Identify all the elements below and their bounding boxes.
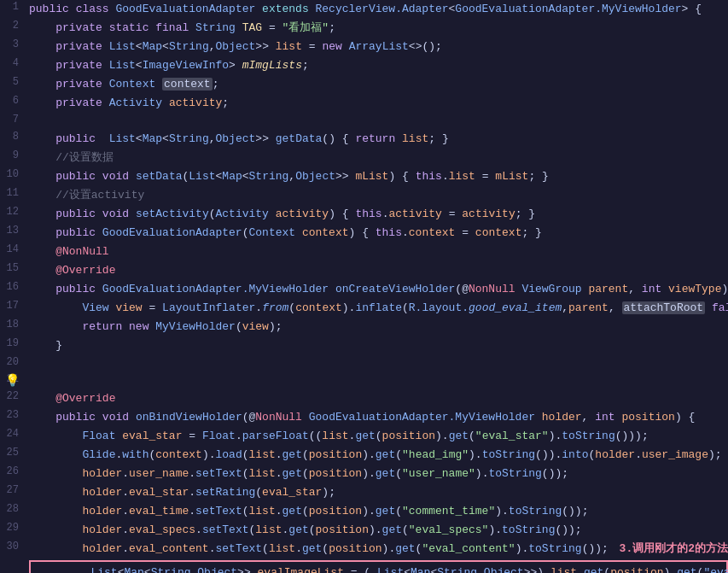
line-number: 1 bbox=[0, 1, 26, 13]
line-content: public GoodEvaluationAdapter.MyViewHolde… bbox=[26, 281, 728, 298]
code-line: 8 public List<Map<String,Object>> getDat… bbox=[0, 130, 728, 149]
code-line: 18 return new MyViewHolder(view); bbox=[0, 318, 728, 336]
line-content: return new MyViewHolder(view); bbox=[26, 319, 728, 336]
highlighted-code-block: List<Map<String,Object>> evalImageList =… bbox=[29, 560, 728, 573]
line-content: public class GoodEvaluationAdapter exten… bbox=[26, 1, 728, 18]
line-content: @Override bbox=[26, 262, 728, 279]
code-line: 22 @Override bbox=[0, 389, 728, 408]
code-line: 15 @Override bbox=[0, 261, 728, 280]
code-line: 17 View view = LayoutInflater.from(conte… bbox=[0, 299, 728, 318]
code-editor: 1public class GoodEvaluationAdapter exte… bbox=[0, 0, 728, 573]
line-number: 22 bbox=[0, 390, 26, 402]
line-content: public void setActivity(Activity activit… bbox=[26, 206, 728, 223]
line-number: 13 bbox=[0, 225, 26, 237]
line-number: 28 bbox=[0, 503, 26, 515]
code-line: 12 public void setActivity(Activity acti… bbox=[0, 205, 728, 224]
code-line: 26 holder.user_name.setText(list.get(pos… bbox=[0, 465, 728, 483]
line-content: holder.user_name.setText(list.get(positi… bbox=[26, 465, 728, 482]
line-number: 20 bbox=[0, 356, 26, 368]
line-number: 5 bbox=[0, 76, 26, 88]
code-line: 16 public GoodEvaluationAdapter.MyViewHo… bbox=[0, 280, 728, 299]
line-content: @Override bbox=[26, 390, 728, 407]
code-line: 💡21 bbox=[0, 372, 728, 389]
line-number: 14 bbox=[0, 243, 26, 255]
code-line: 4 private List<ImageViewInfo> mImgLists; bbox=[0, 56, 728, 75]
line-content: public void setData(List<Map<String,Obje… bbox=[26, 168, 728, 185]
line-number: 12 bbox=[0, 206, 26, 218]
line-content: Float eval_star = Float.parseFloat((list… bbox=[26, 428, 728, 445]
line-content: //设置数据 bbox=[26, 149, 728, 167]
line-content: //设置activity bbox=[26, 187, 728, 204]
line-number: 4 bbox=[0, 57, 26, 69]
line-content: private Activity activity; bbox=[26, 95, 728, 112]
lightbulb-icon[interactable]: 💡 bbox=[5, 373, 20, 388]
line-number: 6 bbox=[0, 95, 26, 107]
line-content: Glide.with(context).load(list.get(positi… bbox=[26, 447, 728, 464]
line-content: holder.eval_star.setRating(eval_star); bbox=[26, 484, 728, 501]
line-content: @NonNull bbox=[26, 243, 728, 260]
code-line: 24 Float eval_star = Float.parseFloat((l… bbox=[0, 427, 728, 446]
code-line: 2 private static final String TAG = "看加福… bbox=[0, 19, 728, 38]
code-line: 19 } bbox=[0, 336, 728, 355]
code-line: 13 public GoodEvaluationAdapter(Context … bbox=[0, 224, 728, 243]
code-line: 3 private List<Map<String,Object>> list … bbox=[0, 38, 728, 56]
code-line: 27 holder.eval_star.setRating(eval_star)… bbox=[0, 483, 728, 502]
line-number: 16 bbox=[0, 281, 26, 293]
code-line: 29 holder.eval_specs.setText(list.get(po… bbox=[0, 521, 728, 540]
code-line: 6 private Activity activity; bbox=[0, 94, 728, 113]
line-number: 25 bbox=[0, 447, 26, 459]
code-line: 9 //设置数据 bbox=[0, 149, 728, 167]
line-number: 11 bbox=[0, 187, 26, 199]
line-number: 19 bbox=[0, 337, 26, 349]
code-line: 25 Glide.with(context).load(list.get(pos… bbox=[0, 446, 728, 465]
code-line: 11 //设置activity bbox=[0, 186, 728, 205]
line-content: holder.eval_time.setText(list.get(positi… bbox=[26, 503, 728, 520]
line-number: 27 bbox=[0, 484, 26, 496]
line-content: View view = LayoutInflater.from(context)… bbox=[26, 300, 728, 317]
line-number: 10 bbox=[0, 168, 26, 180]
line-content: public GoodEvaluationAdapter(Context con… bbox=[26, 225, 728, 242]
line-content: holder.eval_specs.setText(list.get(posit… bbox=[26, 522, 728, 539]
line-content: public List<Map<String,Object>> getData(… bbox=[26, 131, 728, 148]
code-line: 10 public void setData(List<Map<String,O… bbox=[0, 167, 728, 186]
line-content: private List<Map<String,Object>> list = … bbox=[26, 38, 728, 56]
line-number: 9 bbox=[0, 149, 26, 161]
code-line: 5 private Context context; bbox=[0, 75, 728, 94]
line-number: 26 bbox=[0, 465, 26, 477]
code-line: 20 bbox=[0, 355, 728, 372]
boxed-code-line: List<Map<String,Object>> evalImageList =… bbox=[34, 564, 723, 573]
line-number: 15 bbox=[0, 262, 26, 274]
line-number: 18 bbox=[0, 319, 26, 330]
boxed-line-content: List<Map<String,Object>> evalImageList =… bbox=[34, 564, 728, 573]
annotation-label: 3.调用刚才的2的方法 bbox=[620, 541, 728, 556]
line-content: holder.eval_content.setText(list.get(pos… bbox=[26, 541, 609, 558]
line-number: 23 bbox=[0, 409, 26, 421]
line-content: } bbox=[26, 337, 728, 354]
line-number: 7 bbox=[0, 114, 26, 126]
line-content: private Context context; bbox=[26, 76, 728, 93]
line-number: 8 bbox=[0, 131, 26, 143]
line-number: 30 bbox=[0, 541, 26, 553]
line-content: private static final String TAG = "看加福"; bbox=[26, 20, 728, 37]
line-number: 24 bbox=[0, 428, 26, 440]
line-content: private List<ImageViewInfo> mImgLists; bbox=[26, 57, 728, 74]
code-line: 28 holder.eval_time.setText(list.get(pos… bbox=[0, 502, 728, 521]
code-line: 7 bbox=[0, 113, 728, 130]
line-number: 17 bbox=[0, 300, 26, 312]
line-number: 3 bbox=[0, 38, 26, 50]
line-content: public void onBindViewHolder(@NonNull Go… bbox=[26, 409, 728, 426]
code-line: 14 @NonNull bbox=[0, 243, 728, 261]
line-number: 2 bbox=[0, 20, 26, 32]
code-line: 1public class GoodEvaluationAdapter exte… bbox=[0, 0, 728, 19]
code-line: 30 holder.eval_content.setText(list.get(… bbox=[0, 540, 728, 558]
line-number: 29 bbox=[0, 522, 26, 534]
code-line: 23 public void onBindViewHolder(@NonNull… bbox=[0, 408, 728, 427]
